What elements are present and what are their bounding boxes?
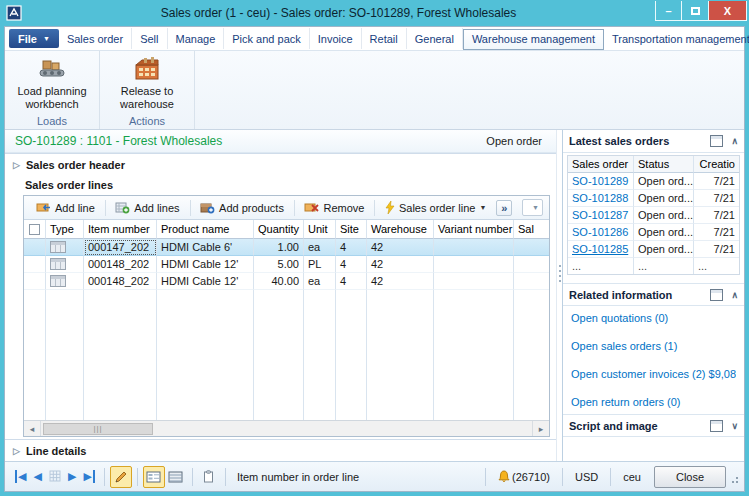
grid-view-icon[interactable] <box>49 470 61 484</box>
add-products-button[interactable]: Add products <box>194 200 290 216</box>
tab-warehouse-management[interactable]: Warehouse management <box>463 29 604 50</box>
item-number-cell[interactable]: 000147_202 <box>84 239 157 256</box>
load-planning-workbench-button[interactable]: Load planning workbench <box>5 57 99 111</box>
tab-sell[interactable]: Sell <box>132 28 167 49</box>
item-number-cell[interactable]: 000148_202 <box>84 256 157 273</box>
chevron-up-icon[interactable]: ∧ <box>731 136 738 146</box>
tab-invoice[interactable]: Invoice <box>310 28 362 49</box>
tab-transportation-management[interactable]: Transportation management <box>604 28 749 49</box>
form-view-button[interactable] <box>143 466 165 488</box>
tab-manage[interactable]: Manage <box>168 28 225 49</box>
col-type[interactable]: Type <box>46 220 84 239</box>
warehouse-cell[interactable]: 42 <box>367 239 434 256</box>
col-item-number[interactable]: Item number <box>84 220 157 239</box>
col-quantity[interactable]: Quantity <box>254 220 304 239</box>
col-site[interactable]: Site <box>336 220 367 239</box>
col-sales-category[interactable]: Sal <box>514 220 549 239</box>
fact-col-sales-order[interactable]: Sales order <box>568 156 634 173</box>
col-warehouse[interactable]: Warehouse <box>367 220 434 239</box>
quantity-cell[interactable]: 40.00 <box>254 273 304 290</box>
product-name-cell[interactable]: HDMI Cable 6' <box>157 239 254 256</box>
close-window-button[interactable]: X <box>709 1 747 21</box>
add-lines-button[interactable]: Add lines <box>109 200 185 216</box>
scroll-left-icon[interactable]: ◂ <box>24 421 41 436</box>
product-name-cell[interactable]: HDMI Cable 12' <box>157 273 254 290</box>
last-record-icon[interactable]: ▶ <box>83 470 94 483</box>
add-line-button[interactable]: Add line <box>30 200 101 216</box>
open-customer-invoices-link[interactable]: Open customer invoices (2) $9,089,8 <box>571 368 736 380</box>
scrollbar-thumb[interactable]: ||| <box>43 423 153 435</box>
sales-order-link[interactable]: SO-101287 <box>568 207 634 224</box>
fact-col-status[interactable]: Status <box>634 156 694 173</box>
grid-view-button[interactable] <box>165 466 187 488</box>
site-cell[interactable]: 4 <box>336 256 367 273</box>
edit-record-button[interactable] <box>110 466 132 488</box>
variant-cell[interactable] <box>434 256 514 273</box>
product-name-cell[interactable]: HDMI Cable 12' <box>157 256 254 273</box>
item-number-cell[interactable]: 000148_202 <box>84 273 157 290</box>
sales-category-cell[interactable] <box>514 256 549 273</box>
previous-record-icon[interactable]: ◀ <box>33 470 41 483</box>
scroll-right-icon[interactable]: ▸ <box>532 421 549 436</box>
tab-general[interactable]: General <box>407 28 463 49</box>
select-all-checkbox[interactable] <box>24 220 46 239</box>
script-and-image-header[interactable]: Script and image ∨ <box>563 414 744 437</box>
next-record-icon[interactable]: ▶ <box>68 470 76 483</box>
company-indicator[interactable]: ceu <box>616 471 648 483</box>
warehouse-cell[interactable]: 42 <box>367 256 434 273</box>
document-attachment-button[interactable] <box>198 466 220 488</box>
variant-cell[interactable] <box>434 239 514 256</box>
sales-category-cell[interactable] <box>514 239 549 256</box>
chevron-up-icon[interactable]: ∧ <box>731 290 738 300</box>
open-pane-icon[interactable] <box>710 420 723 432</box>
col-product-name[interactable]: Product name <box>157 220 254 239</box>
currency-indicator[interactable]: USD <box>568 471 605 483</box>
sales-order-link[interactable]: SO-101288 <box>568 190 634 207</box>
site-cell[interactable]: 4 <box>336 273 367 290</box>
variant-cell[interactable] <box>434 273 514 290</box>
open-pane-icon[interactable] <box>710 135 723 147</box>
warehouse-cell[interactable]: 42 <box>367 273 434 290</box>
expander-icon[interactable]: ▷ <box>13 160 20 170</box>
unit-cell[interactable]: PL <box>304 256 336 273</box>
open-return-orders-link[interactable]: Open return orders (0) <box>571 396 736 408</box>
sales-order-link[interactable]: SO-101285 <box>568 241 634 258</box>
site-cell[interactable]: 4 <box>336 239 367 256</box>
col-variant-number[interactable]: Variant number <box>434 220 514 239</box>
release-to-warehouse-button[interactable]: Release to warehouse <box>100 57 194 111</box>
maximize-button[interactable] <box>682 1 709 21</box>
section-sales-order-header[interactable]: ▷ Sales order header <box>5 153 556 175</box>
fact-col-creation[interactable]: Creatio <box>694 156 739 173</box>
sales-order-link[interactable]: SO-101286 <box>568 224 634 241</box>
table-row[interactable]: 000147_202 HDMI Cable 6' 1.00 ea 4 42 <box>24 239 549 256</box>
unit-cell[interactable]: ea <box>304 273 336 290</box>
quantity-cell[interactable]: 5.00 <box>254 256 304 273</box>
first-record-icon[interactable]: ◀ <box>15 470 26 483</box>
open-quotations-link[interactable]: Open quotations (0) <box>571 312 736 324</box>
quantity-cell[interactable]: 1.00 <box>254 239 304 256</box>
close-button[interactable]: Close <box>654 466 726 488</box>
open-pane-icon[interactable] <box>710 289 723 301</box>
open-sales-orders-link[interactable]: Open sales orders (1) <box>571 340 736 352</box>
chevron-down-icon[interactable]: ∨ <box>731 421 738 431</box>
tab-retail[interactable]: Retail <box>362 28 407 49</box>
file-menu-button[interactable]: File ▼ <box>9 29 59 48</box>
toolbar-overflow-button[interactable]: » <box>496 200 512 216</box>
tab-pick-and-pack[interactable]: Pick and pack <box>224 28 309 49</box>
related-information-header[interactable]: Related information ∧ <box>563 283 744 306</box>
section-line-details[interactable]: ▷ Line details <box>5 439 556 461</box>
sales-order-link[interactable]: SO-101289 <box>568 173 634 190</box>
notifications-indicator[interactable]: (26710) <box>491 470 557 483</box>
unit-cell[interactable]: ea <box>304 239 336 256</box>
resize-grip[interactable] <box>730 477 738 485</box>
table-row[interactable]: 000148_202 HDMI Cable 12' 5.00 PL 4 42 <box>24 256 549 273</box>
latest-sales-orders-header[interactable]: Latest sales orders ∧ <box>563 130 744 153</box>
minimize-button[interactable]: – <box>655 1 682 21</box>
col-unit[interactable]: Unit <box>304 220 336 239</box>
sales-category-cell[interactable] <box>514 273 549 290</box>
expander-icon[interactable]: ▷ <box>13 446 20 456</box>
horizontal-scrollbar[interactable]: ◂ ||| ▸ <box>24 420 549 436</box>
tab-sales-order[interactable]: Sales order <box>59 28 132 49</box>
remove-button[interactable]: Remove <box>298 200 370 216</box>
sales-order-line-menu[interactable]: Sales order line ▼ <box>379 199 492 216</box>
